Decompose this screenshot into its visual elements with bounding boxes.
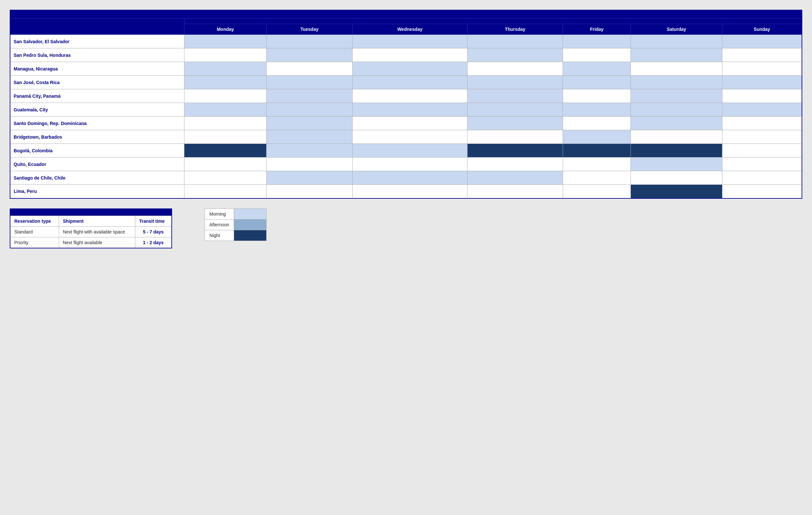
schedule-cell: [631, 144, 722, 158]
table-row: San Pedro Sula, Honduras: [10, 48, 802, 62]
table-row: Managua, Nicaragua: [10, 62, 802, 76]
day-header-tuesday: Tuesday: [266, 24, 353, 35]
schedule-cell: [722, 48, 802, 62]
legend-table: MorningAfternoonNight: [205, 208, 266, 241]
schedule-cell: [352, 130, 467, 144]
schedule-cell: [563, 89, 631, 103]
day-header-monday: Monday: [184, 24, 266, 35]
table-row: San Salvador, El Salvador: [10, 35, 802, 48]
schedule-cell: [184, 171, 266, 185]
legend-swatch: [234, 230, 266, 240]
schedule-cell: [563, 171, 631, 185]
destination-cell: Lima, Peru: [10, 185, 184, 198]
schedule-cell: [631, 48, 722, 62]
schedule-cell: [266, 76, 353, 89]
flight-schedule-table: Reservation typeShipmentTransit time Sta…: [10, 208, 172, 249]
schedule-cell: [266, 185, 353, 198]
schedule-cell: [184, 48, 266, 62]
schedule-cell: [352, 35, 467, 48]
schedule-cell: [184, 89, 266, 103]
schedule-cell: [467, 185, 563, 198]
schedule-cell: [266, 103, 353, 117]
table-row: Bridgetown, Barbados: [10, 130, 802, 144]
schedule-cell: [266, 171, 353, 185]
flight-itineraries-table: MondayTuesdayWednesdayThursdayFridaySatu…: [10, 10, 802, 199]
schedule-cell: [722, 103, 802, 117]
destination-cell: Quito, Ecuador: [10, 158, 184, 171]
schedule-cell: [563, 48, 631, 62]
fs-cell: Priority: [10, 237, 59, 248]
schedule-cell: [563, 158, 631, 171]
schedule-cell: [184, 130, 266, 144]
schedule-cell: [563, 76, 631, 89]
destination-cell: Bogotá, Colombia: [10, 144, 184, 158]
fs-cell: Standard: [10, 226, 59, 237]
schedule-cell: [563, 35, 631, 48]
schedule-cell: [563, 130, 631, 144]
schedule-cell: [467, 171, 563, 185]
fs-cell: Next flight available: [59, 237, 135, 248]
legend-label: Night: [205, 230, 234, 240]
destination-cell: Santo Domingo, Rep. Dominicana: [10, 117, 184, 130]
destination-cell: San José, Costa Rica: [10, 76, 184, 89]
schedule-cell: [722, 158, 802, 171]
schedule-cell: [467, 103, 563, 117]
table-row: Quito, Ecuador: [10, 158, 802, 171]
bottom-section: Reservation typeShipmentTransit time Sta…: [10, 208, 802, 249]
flight-schedule-title: [10, 209, 172, 216]
schedule-cell: [563, 62, 631, 76]
schedule-cell: [631, 117, 722, 130]
schedule-cell: [266, 144, 353, 158]
schedule-cell: [722, 76, 802, 89]
schedule-cell: [722, 89, 802, 103]
day-header-sunday: Sunday: [722, 24, 802, 35]
schedule-cell: [467, 62, 563, 76]
schedule-cell: [184, 117, 266, 130]
table-row: San José, Costa Rica: [10, 76, 802, 89]
schedule-cell: [352, 117, 467, 130]
day-header-friday: Friday: [563, 24, 631, 35]
schedule-cell: [266, 89, 353, 103]
schedule-cell: [467, 158, 563, 171]
schedule-cell: [352, 158, 467, 171]
destination-cell: Bridgetown, Barbados: [10, 130, 184, 144]
destination-cell: Panamá City, Panamá: [10, 89, 184, 103]
schedule-cell: [631, 62, 722, 76]
schedule-cell: [352, 48, 467, 62]
schedule-cell: [184, 158, 266, 171]
schedule-cell: [631, 89, 722, 103]
main-table-title: [10, 10, 802, 19]
legend-item: Morning: [205, 208, 266, 219]
table-row: Lima, Peru: [10, 185, 802, 198]
destination-cell: San Pedro Sula, Honduras: [10, 48, 184, 62]
legend-item: Night: [205, 230, 266, 240]
schedule-cell: [467, 144, 563, 158]
table-row: Guatemala, City: [10, 103, 802, 117]
day-header-saturday: Saturday: [631, 24, 722, 35]
fs-cell: 5 - 7 days: [135, 226, 172, 237]
schedule-cell: [184, 103, 266, 117]
schedule-cell: [631, 171, 722, 185]
schedule-cell: [352, 62, 467, 76]
schedule-cell: [631, 76, 722, 89]
legend-swatch: [234, 219, 266, 230]
fs-header-cell: Reservation type: [10, 216, 59, 226]
schedule-cell: [184, 144, 266, 158]
list-item: PriorityNext flight available1 - 2 days: [10, 237, 172, 248]
day-header-thursday: Thursday: [467, 24, 563, 35]
schedule-cell: [631, 35, 722, 48]
schedule-cell: [563, 117, 631, 130]
schedule-cell: [352, 103, 467, 117]
schedule-cell: [563, 103, 631, 117]
schedule-cell: [266, 62, 353, 76]
schedule-cell: [631, 158, 722, 171]
schedule-cell: [352, 171, 467, 185]
table-row: Santiago de Chile, Chile: [10, 171, 802, 185]
destination-cell: Santiago de Chile, Chile: [10, 171, 184, 185]
schedule-cell: [266, 48, 353, 62]
legend-swatch: [234, 208, 266, 219]
destination-header: [10, 19, 184, 35]
schedule-cell: [266, 158, 353, 171]
destination-cell: Managua, Nicaragua: [10, 62, 184, 76]
schedule-cell: [184, 185, 266, 198]
